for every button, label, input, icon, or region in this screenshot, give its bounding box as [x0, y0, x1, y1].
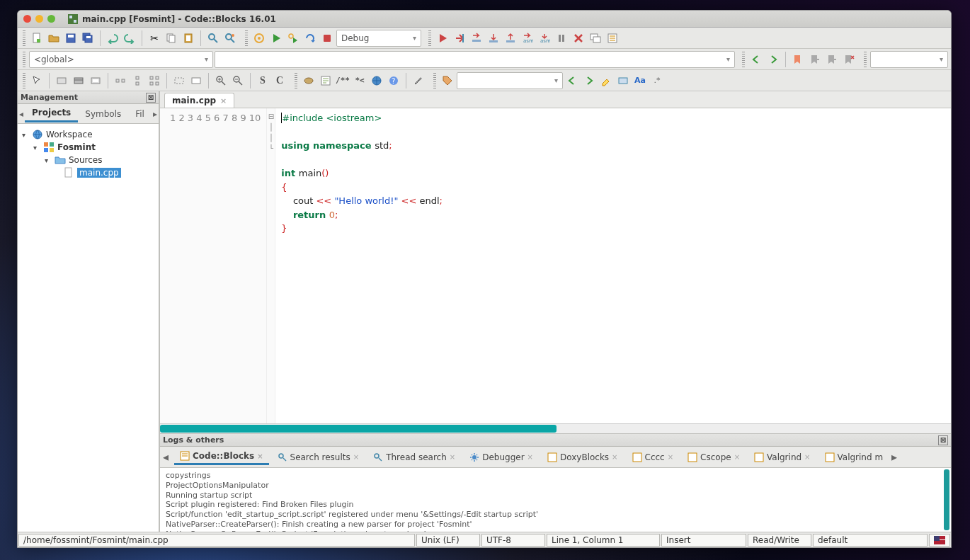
- save-all-button[interactable]: [80, 30, 96, 46]
- caret-down-icon[interactable]: ▾: [33, 144, 40, 152]
- source-button[interactable]: S: [255, 73, 270, 88]
- maximize-window-icon[interactable]: [47, 15, 55, 23]
- editor-hscroll[interactable]: [160, 423, 951, 433]
- copy-button[interactable]: [164, 30, 179, 46]
- nav-back-button[interactable]: [748, 52, 764, 67]
- close-window-icon[interactable]: [23, 15, 31, 23]
- log-tab-codeblocks[interactable]: Code::Blocks×: [174, 449, 269, 465]
- nav-forward-button[interactable]: [765, 52, 781, 67]
- project-tree[interactable]: ▾ Workspace ▾ Fosmint ▾ Sources main.cpp: [18, 124, 159, 532]
- log-tab-valgrind[interactable]: Valgrind×: [748, 450, 816, 464]
- toolbar-grip-icon[interactable]: [433, 73, 436, 88]
- toolbar-grip-icon[interactable]: [742, 52, 745, 67]
- match-case-button[interactable]: Aa: [632, 73, 648, 88]
- tabs-left-arrow-icon[interactable]: ◂: [18, 109, 25, 119]
- minimize-window-icon[interactable]: [35, 15, 43, 23]
- panel-button[interactable]: [71, 73, 86, 88]
- code-editor[interactable]: 1 2 3 4 5 6 7 8 9 10 ⊟ │ │ └ #include <i…: [160, 108, 951, 423]
- highlight-button[interactable]: [598, 73, 614, 88]
- insert-space-button[interactable]: [171, 73, 187, 88]
- panel-close-button[interactable]: ⊠: [146, 93, 156, 103]
- next-line-button[interactable]: [469, 30, 484, 46]
- toolbar-grip-icon[interactable]: [245, 30, 248, 46]
- doxy-block-button[interactable]: [318, 73, 333, 88]
- abort-button[interactable]: [319, 30, 335, 46]
- toolbar-grip-icon[interactable]: [23, 73, 25, 88]
- doxy-help-button[interactable]: ?: [386, 73, 401, 88]
- stop-debug-button[interactable]: [571, 30, 586, 46]
- break-button[interactable]: [554, 30, 569, 46]
- incr-prev-button[interactable]: [564, 73, 580, 88]
- member-combo[interactable]: [215, 51, 735, 68]
- log-tab-doxy[interactable]: DoxyBlocks×: [542, 450, 624, 464]
- log-tab-valgrind-m[interactable]: Valgrind m: [819, 450, 889, 464]
- toolbar-grip-icon[interactable]: [23, 30, 25, 46]
- fold-gutter[interactable]: ⊟ │ │ └: [267, 108, 275, 423]
- redo-button[interactable]: [122, 30, 137, 46]
- doxy-html-button[interactable]: [369, 73, 384, 88]
- debug-info-button[interactable]: [605, 30, 620, 46]
- toolbar-grip-icon[interactable]: [428, 30, 431, 46]
- incr-search-combo[interactable]: [457, 72, 563, 89]
- search-combo[interactable]: [870, 51, 948, 68]
- status-lang[interactable]: [929, 534, 950, 547]
- log-vscroll[interactable]: [944, 469, 949, 530]
- zoom-out-button[interactable]: [230, 73, 246, 88]
- log-tab-search[interactable]: Search results×: [272, 450, 365, 464]
- log-tab-debugger[interactable]: Debugger×: [464, 450, 539, 464]
- find-button[interactable]: [205, 30, 221, 46]
- build-target-combo[interactable]: Debug: [336, 30, 421, 47]
- insert-ctrl-button[interactable]: [188, 73, 204, 88]
- tabs-right-arrow-icon[interactable]: ▸: [891, 450, 900, 464]
- tab-files[interactable]: Fil: [128, 106, 152, 122]
- tree-file-maincpp[interactable]: main.cpp: [19, 166, 157, 179]
- log-tab-thread[interactable]: Thread search×: [367, 450, 461, 464]
- tree-workspace[interactable]: ▾ Workspace: [19, 128, 157, 141]
- step-instr-button[interactable]: asm: [537, 30, 552, 46]
- new-file-button[interactable]: [29, 30, 45, 46]
- bookmark-next-button[interactable]: [824, 52, 840, 67]
- tree-folder-sources[interactable]: ▾ Sources: [19, 154, 157, 166]
- bookmark-toggle-button[interactable]: [790, 52, 806, 67]
- toolbar-grip-icon[interactable]: [23, 52, 25, 67]
- wrench-button[interactable]: [411, 73, 426, 88]
- caret-down-icon[interactable]: ▾: [22, 131, 29, 139]
- zoom-in-button[interactable]: [213, 73, 229, 88]
- tabs-right-arrow-icon[interactable]: ▸: [152, 109, 159, 119]
- sizer-v-button[interactable]: [130, 73, 145, 88]
- sizer-grid-button[interactable]: [147, 73, 162, 88]
- scope-combo[interactable]: <global>: [29, 51, 213, 68]
- bookmark-clear-button[interactable]: [841, 52, 857, 67]
- log-tab-cscope[interactable]: Cscope×: [682, 450, 746, 464]
- editor-tab-maincpp[interactable]: main.cpp ×: [164, 93, 234, 108]
- titlebar[interactable]: main.cpp [Fosmint] - Code::Blocks 16.01: [18, 11, 951, 28]
- tag-button[interactable]: [440, 73, 455, 88]
- step-out-button[interactable]: [503, 30, 518, 46]
- incr-next-button[interactable]: [581, 73, 597, 88]
- run-to-cursor-button[interactable]: [452, 30, 467, 46]
- comment-button[interactable]: C: [272, 73, 287, 88]
- scroll-thumb[interactable]: [160, 425, 557, 433]
- bookmark-prev-button[interactable]: [807, 52, 823, 67]
- tab-symbols[interactable]: Symbols: [78, 106, 128, 122]
- doxy-run-button[interactable]: [301, 73, 316, 88]
- cut-button[interactable]: ✂: [147, 30, 162, 46]
- tab-close-icon[interactable]: ×: [220, 96, 227, 105]
- debug-run-button[interactable]: [435, 30, 450, 46]
- run-button[interactable]: [268, 30, 284, 46]
- tree-project[interactable]: ▾ Fosmint: [19, 141, 157, 154]
- panel-close-button[interactable]: ⊠: [938, 435, 948, 445]
- doxy-line-button[interactable]: /**: [335, 73, 350, 88]
- build-button[interactable]: [251, 30, 267, 46]
- log-tab-cccc[interactable]: Cccc×: [627, 450, 680, 464]
- save-button[interactable]: [63, 30, 79, 46]
- doxy-after-button[interactable]: *<: [352, 73, 367, 88]
- tabs-left-arrow-icon[interactable]: ◂: [163, 450, 171, 464]
- toolbar-grip-icon[interactable]: [864, 52, 867, 67]
- tab-projects[interactable]: Projects: [25, 105, 78, 122]
- select-button[interactable]: [29, 73, 45, 88]
- toolbar-grip-icon[interactable]: [295, 73, 297, 88]
- caret-down-icon[interactable]: ▾: [45, 156, 52, 164]
- open-button[interactable]: [46, 30, 62, 46]
- undo-button[interactable]: [105, 30, 120, 46]
